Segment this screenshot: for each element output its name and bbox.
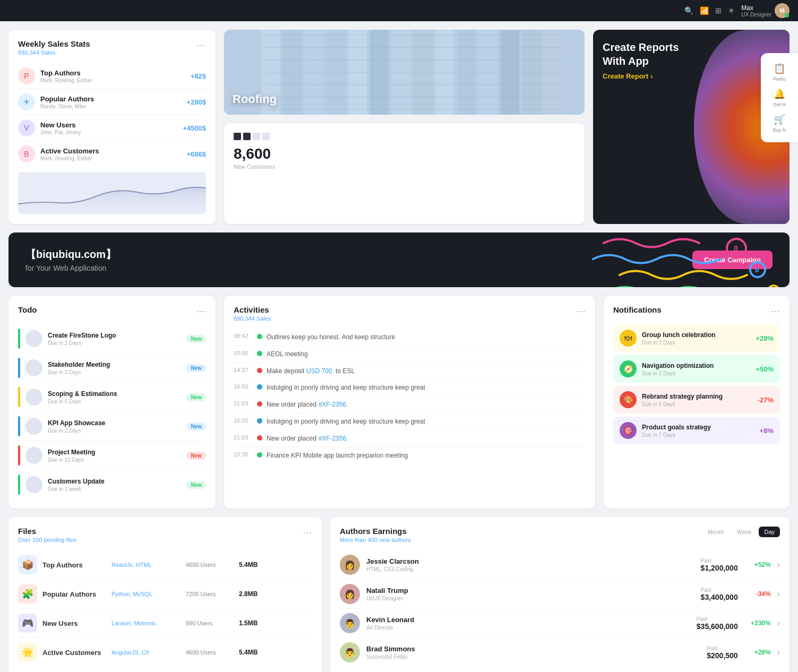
- notification-icon: 🎯: [620, 422, 637, 439]
- author-name: Natali Trump: [366, 587, 694, 595]
- todo-avatar: [25, 418, 42, 435]
- stat-sub: Mark, Rowling, Esther: [40, 77, 92, 83]
- right-panel-item-buy-n[interactable]: 🛒 Buy N: [765, 110, 794, 136]
- notification-item: 🎨 Rebrand strategy planning Due in 5 Day…: [613, 386, 780, 413]
- stat-left: B Active Customers Mark, Rowling, Esther: [18, 145, 99, 162]
- author-avatar: 👩: [340, 555, 360, 575]
- rp-icon: 🛒: [774, 114, 785, 125]
- row-4: Files Over 100 pending files ⋯ 📦 Top Aut…: [8, 517, 790, 672]
- author-row: 👨 Brad Simmons Successful Fellas Paid $2…: [340, 638, 780, 667]
- grid-icons: [234, 133, 575, 140]
- todo-bar: [18, 329, 20, 349]
- search-icon[interactable]: 🔍: [684, 6, 693, 15]
- create-campaign-button[interactable]: Create Campaign: [692, 251, 773, 269]
- activity-item: 14:37 Make deposit USD 700. to ESL: [234, 363, 586, 380]
- tab-day[interactable]: Day: [759, 527, 780, 537]
- notification-sub: Due in 7 Days: [642, 432, 754, 438]
- todo-badge: New: [186, 481, 206, 489]
- user-profile[interactable]: Max UX Designer M: [741, 3, 790, 18]
- activity-time: 14:37: [234, 367, 253, 373]
- file-icon: 📦: [18, 555, 37, 574]
- file-name: New Users: [42, 619, 106, 627]
- files-more-icon[interactable]: ⋯: [303, 527, 312, 538]
- author-avatar: 👩: [340, 584, 360, 604]
- stat-value: +280$: [186, 98, 206, 106]
- chart-area: [18, 172, 206, 214]
- todo-badge: New: [186, 452, 206, 460]
- todo-item-due: Due in 2 Days: [48, 428, 181, 434]
- author-paid: Paid $35,600,000: [697, 616, 738, 631]
- todo-item-title: Project Meeting: [48, 449, 181, 456]
- author-change: -34%: [744, 590, 771, 598]
- todo-avatar: [25, 389, 42, 406]
- activity-link[interactable]: USD 700.: [306, 367, 334, 375]
- todo-info: Customers Update Due in 1 week: [48, 478, 181, 492]
- author-paid: Paid $1,200,000: [701, 558, 738, 572]
- new-customers-number: 8,600: [234, 145, 575, 162]
- author-chevron-icon[interactable]: ›: [777, 589, 780, 599]
- tab-month[interactable]: Month: [702, 527, 730, 537]
- rp-label: Get H: [773, 102, 786, 107]
- notification-info: Navigation optimization Due in 2 Days: [642, 362, 750, 376]
- file-users: 4600 Users: [186, 649, 234, 656]
- author-info: Jessie Clarcson HTML, CSS Coding: [366, 557, 694, 572]
- activities-more-icon[interactable]: ⋯: [576, 305, 586, 317]
- notification-value: -27%: [758, 396, 774, 404]
- roofing-card: Roofing: [224, 30, 585, 115]
- notification-info: Rebrand strategy planning Due in 5 Days: [642, 393, 752, 407]
- stat-left: P Top Authors Mark, Rowling, Esther: [18, 67, 92, 84]
- cr-title-text: Create ReportsWith App: [603, 41, 679, 67]
- tab-week[interactable]: Week: [732, 527, 757, 537]
- notification-info: Product goals strategy Due in 7 Days: [642, 424, 754, 438]
- stat-icon: P: [18, 67, 35, 84]
- campaign-title-2: for Your Web Application: [25, 264, 116, 272]
- todo-bar: [18, 387, 20, 407]
- files-header: Files Over 100 pending files ⋯: [18, 527, 312, 543]
- author-role: UI/UX Designer: [366, 596, 694, 601]
- grid-icon-light-1: [253, 133, 260, 140]
- notifications-more-icon[interactable]: ⋯: [770, 305, 780, 317]
- todo-item-due: Due in 12 Days: [48, 457, 181, 463]
- activity-time: 10:30: [234, 451, 253, 458]
- row-3: Todo ⋯ Create FireStone Logo Due in 2 Da…: [8, 296, 790, 509]
- todo-card: Todo ⋯ Create FireStone Logo Due in 2 Da…: [8, 296, 216, 509]
- file-size: 5.4MB: [239, 649, 258, 656]
- todo-more-icon[interactable]: ⋯: [196, 305, 206, 317]
- file-tech: ReactJs, HTML: [111, 562, 181, 568]
- stat-icon: B: [18, 145, 35, 162]
- authors-earnings-card: Authors Earnings More than 400 new autho…: [330, 517, 790, 672]
- right-panel-item-get-h[interactable]: 🔔 Get H: [765, 85, 794, 110]
- notification-item: 🎯 Product goals strategy Due in 7 Days +…: [613, 417, 780, 444]
- activity-link[interactable]: #XF-2356.: [318, 401, 348, 408]
- todo-item-due: Due in 2 Days: [48, 340, 181, 346]
- todo-info: Create FireStone Logo Due in 2 Days: [48, 332, 181, 346]
- rp-label: Buy N: [773, 127, 786, 133]
- activity-item: 08:42 Outlines keep you honest. And keep…: [234, 329, 586, 346]
- more-options-icon[interactable]: ⋯: [196, 39, 206, 51]
- file-row: 🎮 New Users Laravel, Metronic 890 Users …: [18, 609, 312, 638]
- todo-bar: [18, 475, 20, 495]
- author-info: Natali Trump UI/UX Designer: [366, 587, 694, 601]
- notification-items: 🍽 Group lunch celebration Due in 2 Days …: [613, 324, 780, 444]
- author-chevron-icon[interactable]: ›: [777, 560, 780, 570]
- todo-item-due: Due in 3 Days: [48, 369, 181, 375]
- roofing-title: Roofing: [233, 92, 277, 106]
- activity-time: 10:00: [234, 350, 253, 356]
- author-row: 👩 Natali Trump UI/UX Designer Paid $3,40…: [340, 580, 780, 609]
- todo-item-title: Customers Update: [48, 478, 181, 485]
- todo-item: Project Meeting Due in 12 Days New: [18, 441, 206, 470]
- todo-item-title: Scoping & Estimations: [48, 390, 181, 398]
- file-icon: 🎮: [18, 614, 37, 633]
- apps-icon[interactable]: ⊞: [715, 6, 722, 15]
- activity-link[interactable]: #XF-2356.: [318, 435, 348, 442]
- create-report-link[interactable]: Create Report ›: [603, 72, 780, 80]
- author-chevron-icon[interactable]: ›: [777, 648, 780, 657]
- author-chevron-icon[interactable]: ›: [777, 618, 780, 628]
- stat-value: +82$: [191, 72, 206, 80]
- authors-header: Authors Earnings More than 400 new autho…: [340, 527, 780, 543]
- activity-text: Indulging in poorly driving and keep str…: [267, 383, 425, 392]
- stat-label: Popular Authors: [40, 95, 94, 103]
- theme-icon[interactable]: ☀: [728, 6, 735, 15]
- signal-icon[interactable]: 📶: [700, 6, 709, 15]
- activities-header: Activities 890,344 Sales ⋯: [234, 305, 586, 322]
